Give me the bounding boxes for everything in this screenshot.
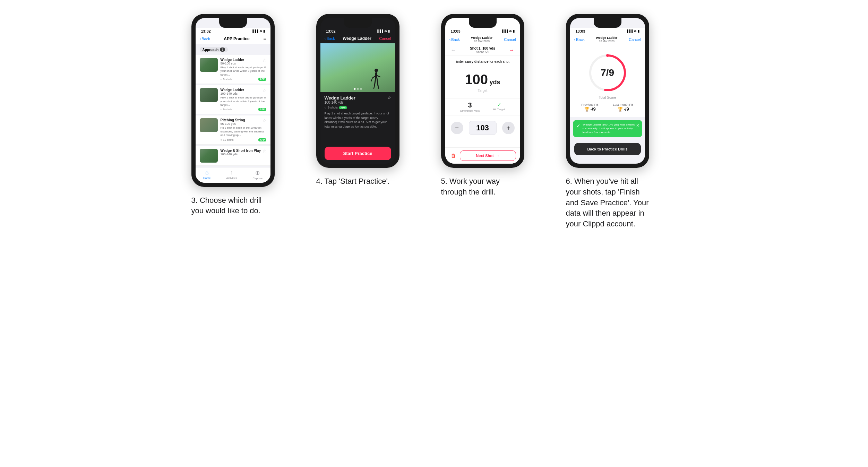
prev-arrow-5[interactable]: ← bbox=[451, 47, 456, 53]
difference-label: Difference (yds) bbox=[460, 109, 480, 112]
score-total-label: Total Score bbox=[599, 96, 616, 100]
next-arrow-5[interactable]: → bbox=[509, 47, 515, 53]
next-shot-button[interactable]: Next Shot → bbox=[460, 150, 516, 161]
phone-5-notch bbox=[469, 18, 497, 28]
app-badge-0: APP bbox=[258, 78, 266, 81]
star-icon-2[interactable]: ☆ bbox=[263, 118, 266, 126]
star-icon-4[interactable]: ☆ bbox=[387, 95, 391, 100]
app-badge-4: APP bbox=[339, 106, 347, 109]
star-icon-3[interactable]: ☆ bbox=[263, 149, 266, 156]
step-6-col: 13:03 ▐▐▐ ⊜ ▮ ‹ Back Wedge Ladder 06 Mar… bbox=[566, 14, 677, 230]
nav-title-6: Wedge Ladder bbox=[587, 36, 627, 40]
drill-desc-1: Play 1 shot at each target yardage. If y… bbox=[221, 96, 266, 107]
drill-detail-header-4: Wedge Ladder 100-140 yds ☆ bbox=[325, 95, 391, 104]
target-unit-5: yds bbox=[490, 79, 500, 86]
svg-line-5 bbox=[377, 78, 378, 86]
drill-desc-0: Play 1 shot at each target yardage. If y… bbox=[221, 66, 266, 77]
drill-item-2[interactable]: Pitching String 55-100 yds ☆ Hit 1 shot … bbox=[196, 115, 270, 144]
phone-4-inner: 13:02 ▐▐▐ ⊜ ▮ ‹ Back Wedge Ladder Cancel bbox=[320, 18, 395, 164]
nav-date-5: 06 Mar 2023 bbox=[462, 40, 502, 43]
status-bar-6: 13:03 ▐▐▐ ⊜ ▮ bbox=[570, 28, 645, 34]
status-bar-5: 13:03 ▐▐▐ ⊜ ▮ bbox=[445, 28, 520, 34]
bottom-nav-capture[interactable]: ⊕ Capture bbox=[253, 170, 263, 180]
clock-icon-0: ○ bbox=[221, 78, 222, 81]
drill-info-1: Wedge Ladder 100-140 yds ☆ Play 1 shot a… bbox=[221, 88, 266, 111]
star-icon-0[interactable]: ☆ bbox=[263, 58, 266, 65]
drill-item-0[interactable]: Wedge Ladder 50-100 yds ☆ Play 1 shot at… bbox=[196, 55, 270, 84]
drill-image-1 bbox=[200, 88, 218, 102]
start-practice-button[interactable]: Start Practice bbox=[325, 147, 391, 160]
back-to-drills-button[interactable]: Back to Practice Drills bbox=[574, 143, 641, 155]
drill-thumb-0 bbox=[200, 58, 218, 72]
difference-value: 3 bbox=[460, 101, 480, 109]
clock-icon-2: ○ bbox=[221, 138, 222, 141]
drill-shots-2: ○ 10 shots bbox=[221, 138, 234, 141]
step-5-col: 13:03 ▐▐▐ ⊜ ▮ ‹ Back Wedge Ladder 06 Mar… bbox=[441, 14, 552, 198]
wifi-icon-4: ⊜ bbox=[384, 29, 387, 33]
bottom-nav-home[interactable]: ⌂ Home bbox=[203, 170, 210, 180]
drill-thumb-2 bbox=[200, 118, 218, 132]
chevron-left-icon: ‹ bbox=[200, 37, 201, 41]
menu-icon-3[interactable]: ≡ bbox=[263, 36, 266, 42]
step-4-col: 13:02 ▐▐▐ ⊜ ▮ ‹ Back Wedge Ladder Cancel bbox=[316, 14, 427, 187]
back-button-3[interactable]: ‹ Back bbox=[200, 37, 210, 41]
drill-shots-1: ○ 9 shots bbox=[221, 108, 232, 111]
status-bar-4: 13:02 ▐▐▐ ⊜ ▮ bbox=[320, 28, 395, 34]
drill-item-1[interactable]: Wedge Ladder 100-140 yds ☆ Play 1 shot a… bbox=[196, 85, 270, 114]
signal-icon-6: ▐▐▐ bbox=[626, 29, 633, 33]
wifi-icon-5: ⊜ bbox=[509, 29, 512, 33]
phone-3-notch bbox=[219, 18, 247, 28]
drill-item-3[interactable]: Wedge & Short Iron Play 100-140 yds ☆ bbox=[196, 146, 270, 166]
increment-button[interactable]: + bbox=[502, 122, 515, 134]
drill-footer-1: ○ 9 shots APP bbox=[221, 108, 266, 111]
back-button-6[interactable]: ‹ Back bbox=[574, 37, 585, 42]
previous-pb: Previous PB 🏆 -/9 bbox=[581, 103, 599, 112]
drill-info-0: Wedge Ladder 50-100 yds ☆ Play 1 shot at… bbox=[221, 58, 266, 81]
back-button-4[interactable]: ‹ Back bbox=[325, 36, 335, 41]
svg-line-7 bbox=[378, 86, 379, 88]
svg-point-0 bbox=[375, 69, 378, 72]
shot-number-5: Shot 1, 100 yds bbox=[470, 46, 495, 50]
clock-icon-4: ○ bbox=[325, 106, 326, 109]
difference-stat: 3 Difference (yds) bbox=[460, 101, 480, 112]
drill-yds-0: 50-100 yds bbox=[221, 62, 244, 65]
back-button-5[interactable]: ‹ Back bbox=[449, 37, 460, 42]
drill-name-3: Wedge & Short Iron Play bbox=[221, 149, 261, 153]
drill-yds-1: 100-140 yds bbox=[221, 92, 244, 95]
previous-pb-label: Previous PB bbox=[581, 103, 599, 106]
check-icon-5: ✓ bbox=[493, 101, 505, 108]
decrement-button[interactable]: − bbox=[451, 122, 463, 134]
number-input-row-5: − 103 + bbox=[445, 115, 520, 140]
bottom-nav-activities[interactable]: ↑ Activities bbox=[226, 170, 237, 180]
cancel-button-6[interactable]: Cancel bbox=[629, 37, 641, 42]
drill-info-3: Wedge & Short Iron Play 100-140 yds ☆ bbox=[221, 149, 266, 156]
phone-4-notch bbox=[344, 18, 372, 28]
close-icon-toast[interactable]: ✕ bbox=[636, 123, 639, 129]
phone-4: 13:02 ▐▐▐ ⊜ ▮ ‹ Back Wedge Ladder Cancel bbox=[316, 14, 399, 168]
drill-image-0 bbox=[200, 58, 218, 72]
status-icons-6: ▐▐▐ ⊜ ▮ bbox=[626, 29, 639, 33]
cancel-button-5[interactable]: Cancel bbox=[504, 37, 516, 42]
check-icon-6: ✓ bbox=[576, 123, 581, 130]
status-time-3: 13:02 bbox=[201, 29, 211, 33]
nav-title-4: Wedge Ladder bbox=[337, 36, 377, 41]
status-bar-3: 13:02 ▐▐▐ ⊜ ▮ bbox=[196, 28, 270, 34]
score-text: 7/9 bbox=[601, 67, 614, 78]
drill-detail-4: Wedge Ladder 100-140 yds ☆ ○ 9 shots APP… bbox=[320, 92, 395, 143]
dot-2 bbox=[357, 88, 359, 90]
home-icon: ⌂ bbox=[205, 170, 209, 176]
phone-5: 13:03 ▐▐▐ ⊜ ▮ ‹ Back Wedge Ladder 06 Mar… bbox=[441, 14, 524, 168]
drill-image-section-4 bbox=[320, 43, 395, 92]
star-icon-1[interactable]: ☆ bbox=[263, 88, 266, 95]
trophy-icon-1: 🏆 bbox=[584, 107, 590, 112]
capture-icon: ⊕ bbox=[255, 170, 260, 176]
score-circle: 7/9 bbox=[587, 52, 628, 94]
delete-button[interactable]: 🗑 bbox=[449, 152, 457, 160]
cancel-button-4[interactable]: Cancel bbox=[379, 36, 391, 41]
carry-strong: carry distance bbox=[465, 60, 489, 63]
status-icons-4: ▐▐▐ ⊜ ▮ bbox=[376, 29, 389, 33]
bottom-nav-3: ⌂ Home ↑ Activities ⊕ Capture bbox=[196, 167, 270, 183]
drill-image-3 bbox=[200, 149, 218, 163]
target-yds-5: 100 bbox=[465, 72, 488, 87]
status-time-5: 13:03 bbox=[451, 29, 461, 33]
